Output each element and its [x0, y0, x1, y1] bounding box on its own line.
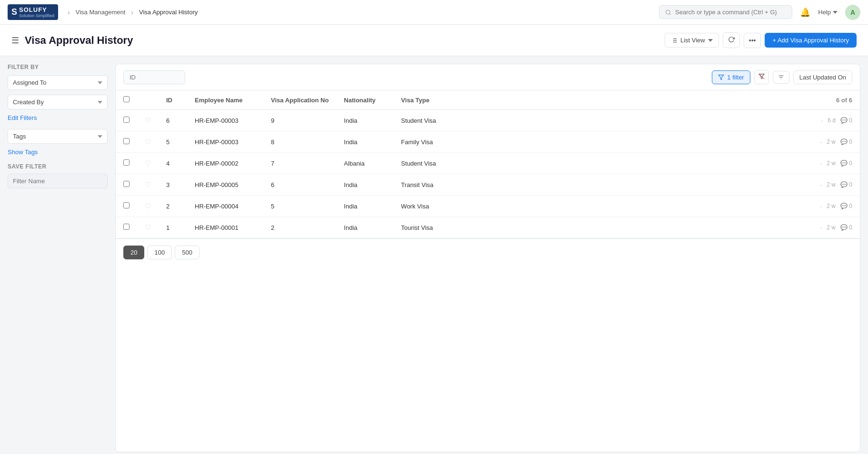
favorite-cell[interactable]: ♡	[137, 196, 159, 217]
select-all-header[interactable]	[116, 90, 137, 110]
employee-name-cell: HR-EMP-00004	[187, 196, 263, 217]
filter-active-icon	[718, 74, 724, 80]
edit-filters-link[interactable]: Edit Filters	[8, 114, 108, 121]
employee-name-cell: HR-EMP-00002	[187, 153, 263, 174]
more-options-button[interactable]: •••	[744, 33, 761, 48]
visa-type-cell: Student Visa	[393, 153, 469, 174]
row-checkbox[interactable]	[123, 202, 130, 208]
breadcrumb-visa-management[interactable]: Visa Management	[76, 9, 126, 16]
comment-icon[interactable]: 💬 0	[840, 203, 852, 209]
nationality-cell: India	[336, 217, 393, 238]
row-checkbox[interactable]	[123, 138, 130, 144]
id-cell: 2	[159, 196, 187, 217]
fav-col-header	[137, 90, 159, 110]
meta-cell: - 2 w 💬 0	[469, 131, 860, 153]
svg-marker-7	[718, 75, 724, 79]
favorite-icon[interactable]: ♡	[145, 159, 151, 167]
favorite-cell[interactable]: ♡	[137, 110, 159, 131]
dash-separator: -	[820, 138, 822, 146]
active-filter-button[interactable]: 1 filter	[712, 70, 750, 84]
menu-icon[interactable]: ☰	[11, 35, 19, 46]
created-by-select[interactable]: Created By	[8, 95, 108, 109]
table-row: ♡ 2 HR-EMP-00004 5 India Work Visa - 2 w…	[116, 196, 860, 217]
favorite-cell[interactable]: ♡	[137, 174, 159, 196]
select-all-checkbox[interactable]	[123, 96, 130, 102]
row-checkbox[interactable]	[123, 224, 130, 230]
last-updated-button[interactable]: Last Updated On	[793, 70, 852, 84]
employee-name-column-header[interactable]: Employee Name	[187, 90, 263, 110]
meta-cell: - 2 w 💬 0	[469, 217, 860, 238]
favorite-icon[interactable]: ♡	[145, 223, 151, 231]
breadcrumb-sep-2: ›	[131, 9, 133, 16]
meta-cell: - 6 d 💬 0	[469, 110, 860, 131]
row-checkbox-cell[interactable]	[116, 153, 137, 174]
visa-app-no-cell: 5	[263, 196, 336, 217]
notification-icon[interactable]: 🔔	[800, 7, 810, 18]
meta-content: - 2 w 💬 0	[477, 181, 852, 188]
visa-type-column-header[interactable]: Visa Type	[393, 90, 469, 110]
help-button[interactable]: Help	[818, 9, 838, 16]
help-label: Help	[818, 9, 831, 16]
sort-button[interactable]	[773, 71, 789, 84]
list-view-icon	[671, 37, 678, 44]
filter-name-input[interactable]	[8, 174, 108, 188]
comment-icon[interactable]: 💬 0	[840, 160, 852, 167]
assigned-to-select[interactable]: Assigned To	[8, 75, 108, 90]
favorite-icon[interactable]: ♡	[145, 180, 151, 188]
favorite-cell[interactable]: ♡	[137, 217, 159, 238]
time-ago-label: 2 w	[827, 160, 836, 167]
comment-icon[interactable]: 💬 0	[840, 117, 852, 124]
row-checkbox-cell[interactable]	[116, 131, 137, 153]
time-ago-label: 2 w	[827, 224, 836, 231]
filter-clear-button[interactable]	[754, 70, 769, 84]
page-size-button-500[interactable]: 500	[175, 246, 200, 259]
record-count-header: 6 of 6	[469, 90, 860, 110]
favorite-icon[interactable]: ♡	[145, 202, 151, 210]
visa-type-cell: Tourist Visa	[393, 217, 469, 238]
meta-content: - 2 w 💬 0	[477, 160, 852, 167]
visa-app-no-column-header[interactable]: Visa Application No	[263, 90, 336, 110]
row-checkbox[interactable]	[123, 117, 130, 123]
add-visa-approval-button[interactable]: + Add Visa Approval History	[765, 33, 857, 48]
comment-icon[interactable]: 💬 0	[840, 138, 852, 145]
search-icon	[665, 9, 671, 16]
favorite-cell[interactable]: ♡	[137, 131, 159, 153]
main-content: Filter By Assigned To Created By Edit Fi…	[0, 56, 868, 454]
comment-icon[interactable]: 💬 0	[840, 181, 852, 188]
favorite-icon[interactable]: ♡	[145, 116, 151, 124]
avatar[interactable]: A	[845, 5, 860, 20]
list-view-button[interactable]: List View	[665, 33, 719, 48]
id-cell: 4	[159, 153, 187, 174]
employee-name-cell: HR-EMP-00005	[187, 174, 263, 196]
row-checkbox[interactable]	[123, 181, 130, 187]
id-cell: 1	[159, 217, 187, 238]
time-ago-label: 2 w	[827, 138, 836, 145]
tags-select[interactable]: Tags	[8, 129, 108, 144]
row-checkbox[interactable]	[123, 159, 130, 166]
page-size-button-100[interactable]: 100	[147, 246, 172, 259]
dash-separator: -	[820, 203, 822, 210]
show-tags-link[interactable]: Show Tags	[8, 148, 108, 156]
logo[interactable]: S SOLUFY Solution Simplified	[8, 4, 58, 20]
id-column-header[interactable]: ID	[159, 90, 187, 110]
row-checkbox-cell[interactable]	[116, 174, 137, 196]
row-checkbox-cell[interactable]	[116, 196, 137, 217]
nationality-cell: Albania	[336, 153, 393, 174]
row-checkbox-cell[interactable]	[116, 217, 137, 238]
favorite-icon[interactable]: ♡	[145, 138, 151, 146]
search-input[interactable]	[675, 9, 786, 16]
refresh-button[interactable]	[723, 32, 740, 48]
id-search-input[interactable]	[123, 70, 185, 84]
page-size-button-20[interactable]: 20	[123, 246, 144, 259]
svg-point-0	[666, 10, 670, 14]
nationality-cell: India	[336, 131, 393, 153]
search-bar[interactable]	[659, 5, 792, 19]
time-ago-label: 2 w	[827, 181, 836, 188]
row-checkbox-cell[interactable]	[116, 110, 137, 131]
favorite-cell[interactable]: ♡	[137, 153, 159, 174]
comment-icon[interactable]: 💬 0	[840, 224, 852, 231]
page-title: Visa Approval History	[25, 34, 133, 47]
employee-name-cell: HR-EMP-00003	[187, 131, 263, 153]
nationality-column-header[interactable]: Nationality	[336, 90, 393, 110]
id-cell: 6	[159, 110, 187, 131]
